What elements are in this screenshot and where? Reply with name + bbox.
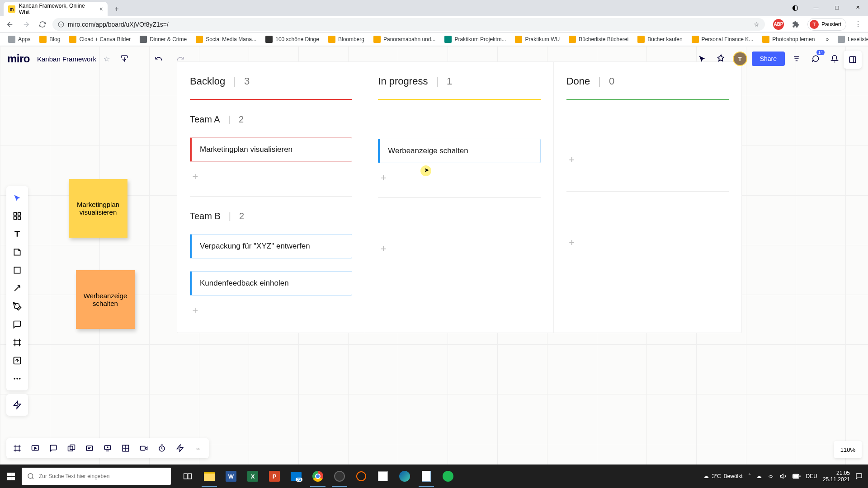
user-avatar[interactable]: T [733, 52, 747, 66]
onedrive-icon[interactable]: ☁ [756, 473, 762, 479]
tab-close-icon[interactable]: × [99, 5, 103, 13]
close-window-button[interactable]: ✕ [847, 0, 868, 14]
column-header[interactable]: In progress | 1 [378, 75, 540, 87]
bookmark-star-icon[interactable]: ☆ [754, 21, 760, 28]
obs-icon[interactable] [329, 466, 350, 487]
board-title[interactable]: Kanban Framework [37, 55, 96, 63]
app-icon[interactable] [373, 466, 393, 487]
task-view-icon[interactable] [177, 466, 198, 487]
url-input[interactable]: miro.com/app/board/uXjVOf8yZ1s=/ ☆ [52, 18, 765, 31]
powerpoint-icon[interactable]: P [264, 466, 285, 487]
kanban-board[interactable]: Backlog | 3 Team A | 2 Marketingplan vis… [177, 62, 741, 333]
right-panel-toggle[interactable] [844, 51, 862, 69]
taskbar-clock[interactable]: 21:05 25.11.2021 [823, 470, 850, 483]
video-icon[interactable] [135, 439, 153, 457]
weather-widget[interactable]: ☁ 3°C Bewölkt [703, 473, 742, 479]
zoom-indicator[interactable]: 110% [834, 441, 862, 458]
word-icon[interactable]: W [221, 466, 241, 487]
bookmark-item[interactable]: Personal Finance K... [688, 34, 757, 45]
bookmark-item[interactable]: Social Media Mana... [192, 34, 260, 45]
column-header[interactable]: Backlog | 3 [190, 75, 352, 87]
bookmark-item[interactable]: Praktikum WU [511, 34, 563, 45]
cursor-mode-icon[interactable] [695, 52, 709, 66]
apps-tool[interactable] [6, 394, 28, 416]
swimlane-header[interactable]: Team B | 2 [190, 211, 352, 221]
battery-icon[interactable] [793, 474, 801, 479]
settings-icon[interactable] [789, 52, 804, 66]
bookmarks-overflow[interactable]: » [822, 34, 832, 44]
upload-tool[interactable] [6, 352, 28, 370]
share-button[interactable]: Share [752, 52, 785, 66]
more-tools[interactable] [6, 370, 28, 388]
volume-icon[interactable] [780, 473, 787, 480]
swimlane-header[interactable]: Team A | 2 [190, 114, 352, 125]
frames-panel-icon[interactable] [8, 439, 26, 457]
presentation-icon[interactable] [26, 439, 44, 457]
reading-list[interactable]: Leseliste [834, 34, 868, 45]
comment-tool[interactable] [6, 315, 28, 333]
miro-logo[interactable]: miro [7, 52, 30, 65]
sticky-note-tool[interactable] [6, 243, 28, 261]
bookmark-apps[interactable]: Apps [5, 34, 34, 45]
explorer-icon[interactable] [199, 466, 220, 487]
add-card-button[interactable]: + [566, 237, 577, 249]
forward-button[interactable] [20, 18, 33, 31]
reload-button[interactable] [36, 18, 49, 31]
screenshare-icon[interactable] [99, 439, 117, 457]
spotify-icon[interactable] [438, 466, 458, 487]
redo-icon[interactable] [173, 52, 188, 66]
pen-tool[interactable] [6, 297, 28, 315]
browser-identity-icon[interactable]: ◐ [785, 0, 806, 14]
collapse-toolbar-icon[interactable]: ‹‹ [189, 439, 207, 457]
star-icon[interactable]: ☆ [104, 55, 110, 63]
add-card-button[interactable]: + [190, 305, 201, 316]
bookmark-item[interactable]: Bücher kaufen [634, 34, 686, 45]
bookmark-item[interactable]: Dinner & Crime [136, 34, 190, 45]
bookmark-item[interactable]: Blog [36, 34, 64, 45]
sticky-note-yellow[interactable]: Marketingplan visualisieren [69, 179, 127, 238]
templates-tool[interactable] [6, 207, 28, 225]
reactions-icon[interactable] [714, 52, 728, 66]
add-card-button[interactable]: + [190, 171, 201, 183]
text-tool[interactable] [6, 225, 28, 243]
app-icon[interactable] [351, 466, 372, 487]
extensions-icon[interactable] [789, 18, 802, 31]
back-button[interactable] [4, 18, 16, 31]
maximize-button[interactable]: ▢ [826, 0, 847, 14]
select-tool[interactable] [6, 189, 28, 207]
excel-icon[interactable]: X [242, 466, 263, 487]
adblock-extension-icon[interactable]: ABP [773, 19, 784, 30]
add-card-button[interactable]: + [378, 172, 389, 184]
taskbar-search[interactable]: Zur Suche Text hier eingeben [22, 468, 171, 485]
activity-icon[interactable]: 14 [808, 52, 823, 66]
cards-panel-icon[interactable] [62, 439, 80, 457]
action-center-icon[interactable] [855, 473, 863, 480]
edge-icon[interactable] [394, 466, 415, 487]
start-button[interactable] [0, 465, 22, 488]
mail-icon[interactable]: 73 [286, 466, 307, 487]
bookmark-item[interactable]: Panoramabahn und... [370, 34, 439, 45]
add-card-button[interactable]: + [378, 243, 389, 255]
tray-chevron-icon[interactable]: ˄ [748, 473, 751, 479]
add-card-button[interactable]: + [566, 154, 577, 166]
sticky-note-orange[interactable]: Werbeanzeige schalten [76, 270, 135, 329]
wifi-icon[interactable] [767, 473, 774, 480]
kanban-card[interactable]: Verpackung für "XYZ" entwerfen [190, 234, 352, 258]
browser-menu-icon[interactable]: ⋮ [852, 18, 864, 31]
connection-tool[interactable] [6, 279, 28, 297]
profile-button[interactable]: T Pausiert [807, 18, 846, 31]
comments-panel-icon[interactable] [44, 439, 62, 457]
timer-icon[interactable] [153, 439, 171, 457]
new-tab-button[interactable]: + [110, 3, 123, 15]
chrome-icon[interactable] [307, 466, 328, 487]
notepad-icon[interactable] [416, 466, 437, 487]
column-header[interactable]: Done | 0 [566, 75, 729, 87]
language-indicator[interactable]: DEU [806, 473, 817, 479]
shape-tool[interactable] [6, 261, 28, 279]
bookmark-item[interactable]: 100 schöne Dinge [262, 34, 323, 45]
bookmark-item[interactable]: Bücherliste Bücherei [565, 34, 632, 45]
bookmark-item[interactable]: Photoshop lernen [759, 34, 818, 45]
undo-icon[interactable] [151, 52, 166, 66]
kanban-card[interactable]: Marketingplan visualisieren [190, 137, 352, 162]
bookmark-item[interactable]: Bloomberg [325, 34, 368, 45]
